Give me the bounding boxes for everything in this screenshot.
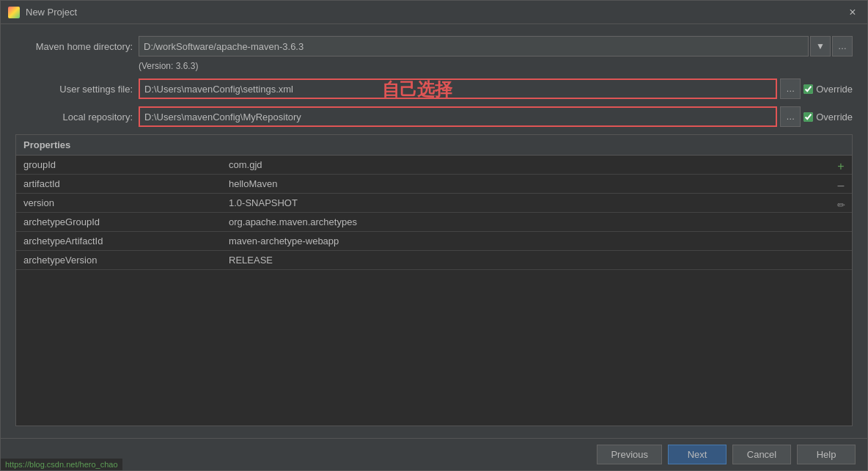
table-row: archetypeGroupId org.apache.maven.archet… (16, 213, 852, 232)
maven-home-input-wrap: ▼ … (139, 36, 853, 56)
next-button[interactable]: Next (668, 445, 727, 464)
help-button[interactable]: Help (797, 445, 856, 464)
dialog-title: New Project (26, 7, 845, 18)
maven-home-dropdown[interactable]: ▼ (810, 36, 831, 56)
properties-actions: + – ✏ (833, 158, 849, 213)
table-row: archetypeVersion RELEASE (16, 251, 852, 270)
local-repo-row: Local repository: … Override (15, 106, 853, 127)
footer-url: https://blog.csdn.net/hero_chao (1, 459, 122, 470)
property-rows: groupId com.gjd artifactId helloMaven ve… (16, 156, 852, 270)
maven-home-label: Maven home directory: (15, 41, 133, 52)
dialog-footer: Previous Next Cancel Help https://blog.c… (1, 438, 867, 470)
table-row: archetypeArtifactId maven-archetype-weba… (16, 232, 852, 251)
prop-value: org.apache.maven.archetypes (221, 213, 852, 230)
prop-value: RELEASE (221, 252, 852, 269)
maven-home-browse[interactable]: … (832, 36, 853, 56)
prop-key: archetypeVersion (16, 252, 221, 269)
table-row: artifactId helloMaven (16, 175, 852, 194)
prop-key: artifactId (16, 175, 221, 192)
table-row: groupId com.gjd (16, 156, 852, 175)
title-bar: New Project × (1, 1, 867, 24)
local-repo-override-checkbox[interactable] (803, 112, 813, 122)
cancel-button[interactable]: Cancel (732, 445, 791, 464)
local-repo-override-label: Override (803, 112, 853, 123)
table-row: version 1.0-SNAPSHOT (16, 194, 852, 213)
user-settings-override-label: Override (803, 84, 853, 95)
dialog-content: Maven home directory: ▼ … (Version: 3.6.… (1, 24, 867, 438)
previous-button[interactable]: Previous (597, 445, 662, 464)
user-settings-row: User settings file: … Override (15, 78, 853, 99)
prop-key: groupId (16, 156, 221, 173)
prop-value: 1.0-SNAPSHOT (221, 194, 852, 211)
user-settings-browse[interactable]: … (780, 78, 801, 99)
remove-property-button[interactable]: – (833, 178, 849, 194)
local-repo-browse[interactable]: … (780, 106, 801, 127)
local-repo-label: Local repository: (15, 112, 133, 123)
prop-key: version (16, 194, 221, 211)
close-button[interactable]: × (845, 5, 860, 20)
maven-version-text: (Version: 3.6.3) (139, 61, 853, 71)
user-settings-override-checkbox[interactable] (803, 84, 813, 94)
app-icon (8, 7, 20, 18)
add-property-button[interactable]: + (833, 158, 849, 175)
user-settings-input-wrap: … Override (139, 78, 853, 99)
user-settings-label: User settings file: (15, 84, 133, 95)
properties-header: Properties (16, 135, 852, 156)
maven-home-input[interactable] (139, 36, 809, 56)
prop-value: helloMaven (221, 175, 852, 192)
prop-key: archetypeGroupId (16, 213, 221, 230)
properties-table: + – ✏ groupId com.gjd artifactId helloMa… (16, 156, 852, 426)
prop-value: maven-archetype-webapp (221, 233, 852, 249)
local-repo-input-wrap: … Override (139, 106, 853, 127)
edit-property-button[interactable]: ✏ (833, 197, 849, 213)
local-repo-input[interactable] (139, 106, 777, 127)
properties-section: Properties + – ✏ groupId com.gjd artifac… (15, 134, 853, 426)
new-project-dialog: New Project × Maven home directory: ▼ … … (0, 0, 868, 471)
prop-value: com.gjd (221, 156, 852, 173)
prop-key: archetypeArtifactId (16, 233, 221, 249)
maven-home-row: Maven home directory: ▼ … (15, 36, 853, 56)
user-settings-input[interactable] (139, 78, 777, 99)
